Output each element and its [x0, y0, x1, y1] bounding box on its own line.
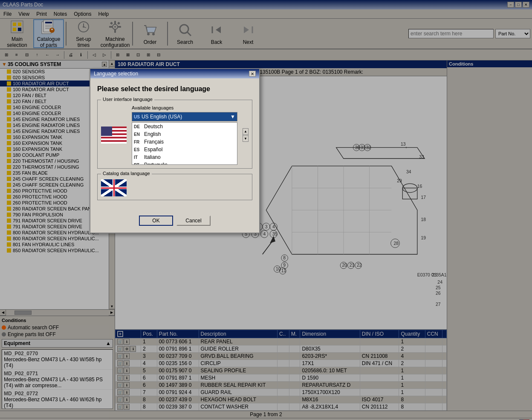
- lang-scroll-up[interactable]: ▲: [243, 129, 248, 135]
- available-languages-label: Available languages: [132, 105, 237, 110]
- lang-fr[interactable]: FRFrançais: [132, 138, 237, 146]
- uk-flag: [101, 179, 127, 196]
- cancel-button[interactable]: Cancel: [176, 216, 211, 226]
- modal-overlay: Language selection ✕ Please select the d…: [0, 0, 532, 420]
- modal-heading: Please select the desired language: [97, 85, 252, 93]
- ui-language-content: Available languages US US English (USA) …: [101, 105, 249, 165]
- catalog-language-content: [101, 179, 249, 196]
- language-list: DEDeutsch ENEnglish FRFrançais ESEspañol: [132, 122, 237, 165]
- ui-language-label: User interface language: [101, 97, 154, 102]
- ok-button[interactable]: OK: [139, 216, 173, 226]
- catalog-lang-placeholder: [132, 186, 249, 190]
- ui-language-section: User interface language: [97, 100, 252, 169]
- lang-de[interactable]: DEDeutsch: [132, 123, 237, 130]
- lang-it[interactable]: ITItaliano: [132, 153, 237, 161]
- lang-list-scrollbar[interactable]: ▲ ▼: [243, 128, 249, 142]
- dropdown-arrow: ▼: [230, 114, 235, 120]
- modal-header: Language selection ✕: [90, 69, 259, 78]
- ui-language-select-area: Available languages US US English (USA) …: [132, 105, 237, 165]
- selected-language: US English (USA): [142, 114, 182, 120]
- lang-en[interactable]: ENEnglish: [132, 130, 237, 138]
- lang-scroll-down[interactable]: ▼: [243, 135, 248, 141]
- language-dropdown-selected[interactable]: US US English (USA) ▼: [132, 112, 237, 121]
- modal-footer: OK Cancel: [90, 212, 259, 233]
- modal-body: Please select the desired language User …: [90, 78, 259, 212]
- catalog-language-label: Catalog data language: [101, 171, 152, 176]
- language-dialog: Language selection ✕ Please select the d…: [90, 68, 260, 233]
- modal-title: Language selection: [94, 71, 138, 77]
- lang-pt[interactable]: PTPortuguês: [132, 161, 237, 165]
- lang-es[interactable]: ESEspañol: [132, 146, 237, 153]
- catalog-language-section: Catalog data language: [97, 174, 252, 200]
- us-flag: [101, 127, 127, 144]
- modal-close-button[interactable]: ✕: [249, 71, 256, 77]
